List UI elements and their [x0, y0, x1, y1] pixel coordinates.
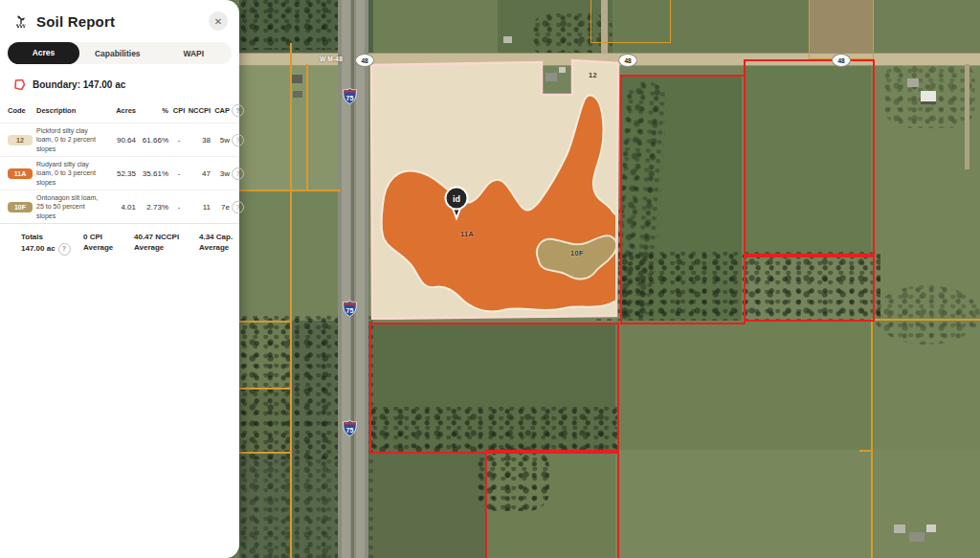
cpi-value: -: [170, 136, 188, 145]
route-48-shield: 48: [618, 54, 637, 67]
field-patch: [373, 0, 498, 54]
totals-cpi: 0 CPI Average: [83, 233, 134, 256]
tab-wapi[interactable]: WAPI: [156, 49, 233, 58]
soil-report-panel: Soil Report ✕ Acres Capabilities WAPI Bo…: [0, 0, 239, 558]
cap-value: 3w: [212, 169, 232, 178]
lane: [356, 0, 365, 558]
building: [921, 91, 936, 104]
col-cpi: CPI: [170, 106, 188, 115]
acres-value: 90.64: [107, 136, 138, 145]
soil-report-app: 12 11A 10F id 48 48 48 W M-48 75 75 75: [0, 0, 980, 558]
i75-shield: 75: [343, 88, 357, 104]
county-parcel: [809, 0, 874, 59]
totals-acres: Totals 147.00 ac ?: [21, 233, 83, 256]
page-title: Soil Report: [36, 13, 209, 30]
help-icon[interactable]: ?: [232, 104, 244, 117]
totals-label: Totals: [21, 233, 43, 241]
county-line: [239, 321, 291, 323]
cpi-value: -: [170, 203, 188, 212]
soil-code-badge: 10F: [8, 202, 33, 212]
median: [351, 0, 354, 558]
boundary-parcel[interactable]: [620, 75, 746, 324]
pct-value: 61.66%: [138, 136, 170, 145]
i75-label: 75: [346, 307, 354, 314]
help-icon[interactable]: ?: [232, 134, 244, 146]
tab-acres[interactable]: Acres: [8, 42, 79, 64]
help-icon[interactable]: ?: [232, 167, 244, 180]
soil-label-12: 12: [589, 71, 597, 79]
id-pin-marker[interactable]: id: [442, 186, 471, 222]
close-icon[interactable]: ✕: [209, 11, 228, 31]
building: [503, 36, 512, 43]
county-line: [290, 43, 292, 558]
col-code: Code: [4, 106, 36, 115]
woods: [239, 0, 354, 50]
col-nccpi: NCCPI: [188, 106, 212, 115]
boundary-summary: Boundary: 147.00 ac: [13, 78, 226, 91]
county-line: [859, 450, 872, 452]
soil-description: Ontonagon silt loam, 25 to 50 percent sl…: [36, 193, 107, 219]
route-48-shield: 48: [832, 54, 851, 67]
highway-i75: [338, 0, 368, 558]
nccpi-value: 11: [188, 203, 212, 212]
building: [293, 91, 302, 98]
boundary-label: Boundary: 147.00 ac: [33, 79, 125, 90]
field-patch: [615, 321, 874, 450]
boundary-parcel[interactable]: [744, 59, 875, 257]
building: [894, 525, 905, 533]
county-parcel: [590, 0, 671, 43]
col-description: Description: [36, 106, 107, 115]
driveway: [965, 64, 969, 169]
i75-label: 75: [346, 427, 354, 434]
nccpi-average-value: 40.47 NCCPI: [134, 233, 179, 241]
help-icon[interactable]: ?: [58, 243, 71, 256]
col-acres: Acres: [107, 106, 138, 115]
soil-code-badge: 12: [8, 135, 33, 145]
soil-code-badge: 11A: [8, 168, 33, 179]
boundary-polygon-icon: [13, 78, 26, 91]
table-row[interactable]: 11A Rudyard silty clay loam, 0 to 3 perc…: [0, 157, 239, 190]
totals-acres-value: 147.00 ac: [21, 244, 56, 255]
soil-overlay-parcel[interactable]: [369, 59, 620, 320]
soil-description: Rudyard silty clay loam, 0 to 3 percent …: [36, 160, 107, 186]
route-48-label: 48: [361, 57, 368, 64]
boundary-parcel[interactable]: [744, 254, 875, 322]
building: [909, 532, 924, 542]
field-patch: [615, 450, 980, 558]
building: [291, 75, 302, 83]
cpi-average-value: 0 CPI: [83, 233, 102, 241]
pct-value: 35.61%: [138, 169, 170, 178]
table-row[interactable]: 12 Pickford silty clay loam, 0 to 2 perc…: [0, 123, 239, 157]
county-line: [871, 319, 873, 558]
i75-shield: 75: [343, 420, 357, 436]
cap-value: 5w: [212, 136, 232, 145]
building: [926, 525, 936, 532]
cap-value: 7e: [212, 203, 232, 212]
county-line: [239, 388, 291, 390]
table-row[interactable]: 10F Ontonagon silt loam, 25 to 50 percen…: [0, 190, 239, 223]
soil-label-10f: 10F: [570, 249, 584, 257]
county-line: [239, 190, 341, 191]
road-name-label: W M-48: [320, 56, 343, 62]
totals-nccpi: 40.47 NCCPI Average: [134, 233, 199, 256]
cpi-value: -: [170, 169, 188, 178]
help-icon[interactable]: ?: [232, 201, 244, 213]
pct-value: 2.73%: [138, 203, 170, 212]
tab-capabilities[interactable]: Capabilities: [79, 49, 156, 58]
boundary-parcel[interactable]: [369, 323, 619, 454]
col-cap: CAP: [212, 106, 232, 115]
acres-value: 52.35: [107, 169, 138, 178]
soil-plant-icon: [13, 13, 29, 29]
totals-row: Totals 147.00 ac ? 0 CPI Average 40.47 N…: [0, 223, 239, 256]
route-48-label: 48: [624, 57, 631, 64]
cap-average-label: Average: [199, 243, 229, 252]
building: [907, 78, 919, 87]
acres-value: 4.01: [107, 203, 138, 212]
building: [546, 73, 557, 81]
woods: [874, 285, 980, 345]
cpi-average-label: Average: [83, 243, 113, 252]
field-patch: [874, 0, 980, 54]
col-pct: %: [138, 106, 170, 115]
boundary-parcel[interactable]: [485, 450, 619, 558]
i75-shield: 75: [343, 301, 357, 317]
